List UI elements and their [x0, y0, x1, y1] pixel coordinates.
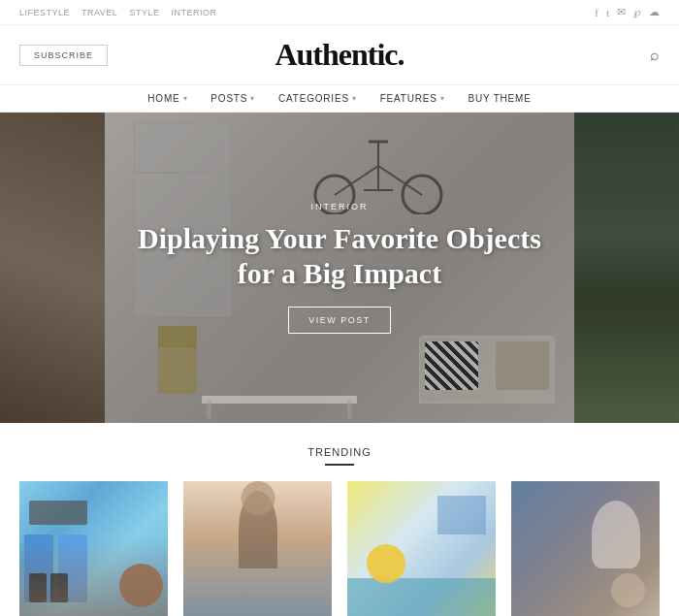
trending-grid: Style The Look: Perfect Balance Lifestyl…: [19, 481, 660, 616]
topbar-link-interior[interactable]: Interior: [171, 8, 216, 17]
nav-item-categories[interactable]: Categories ▾: [278, 93, 357, 104]
hero-main: Interior Diplaying Your Favorite Objects…: [105, 113, 574, 423]
chevron-down-icon: ▾: [183, 94, 188, 103]
trending-card-4[interactable]: Travel The Best Places to Visit in the U…: [511, 481, 660, 616]
topbar-link-style[interactable]: Style: [129, 8, 159, 17]
social-icons: f t ✉ ℘ ☁: [595, 6, 660, 18]
header-left: Subscribe: [19, 45, 116, 66]
chevron-down-icon: ▾: [440, 94, 445, 103]
site-title: Authentic.: [116, 37, 563, 73]
card-image-interior: [347, 481, 496, 616]
trending-label: Trending: [19, 446, 660, 458]
main-nav: Home ▾ Posts ▾ Categories ▾ Features ▾ B…: [0, 84, 679, 113]
nav-item-home[interactable]: Home ▾: [147, 93, 187, 104]
header: Subscribe Authentic. ⌕: [0, 25, 679, 84]
hero-title: Diplaying Your Favorite Objects for a Bi…: [124, 221, 555, 291]
header-right: ⌕: [563, 47, 660, 64]
hero-side-left: [0, 113, 105, 423]
topbar-link-travel[interactable]: Travel: [81, 8, 117, 17]
trending-divider: [325, 464, 354, 466]
top-bar: Lifestyle Travel Style Interior f t ✉ ℘ …: [0, 0, 679, 25]
subscribe-button[interactable]: Subscribe: [19, 45, 108, 66]
trending-card-1[interactable]: Style The Look: Perfect Balance: [19, 481, 168, 616]
pinterest-icon[interactable]: ℘: [633, 6, 641, 18]
nav-item-features[interactable]: Features ▾: [380, 93, 445, 104]
top-bar-nav: Lifestyle Travel Style Interior: [19, 8, 216, 17]
hero-category-label: Interior: [310, 202, 368, 211]
nav-item-buy-theme[interactable]: Buy Theme: [469, 93, 532, 104]
card-image-style: [19, 481, 168, 616]
hero-content: Interior Diplaying Your Favorite Objects…: [105, 113, 574, 423]
trending-section: Trending Style The Look: Perfect Balance: [0, 423, 679, 616]
hero-slider: Interior Diplaying Your Favorite Objects…: [0, 113, 679, 423]
hero-side-right: [574, 113, 679, 423]
topbar-link-lifestyle[interactable]: Lifestyle: [19, 8, 70, 17]
nav-item-posts[interactable]: Posts ▾: [210, 93, 255, 104]
trending-header: Trending: [19, 446, 660, 466]
hero-view-post-button[interactable]: View Post: [288, 307, 391, 334]
card-image-travel: [511, 481, 660, 616]
trending-card-2[interactable]: Lifestyle Exclusive: Get a First Look at…: [183, 481, 332, 616]
twitter-icon[interactable]: t: [606, 7, 609, 18]
facebook-icon[interactable]: f: [595, 7, 598, 18]
chevron-down-icon: ▾: [352, 94, 357, 103]
cloud-icon[interactable]: ☁: [649, 6, 660, 18]
chevron-down-icon: ▾: [250, 94, 255, 103]
email-icon[interactable]: ✉: [617, 6, 626, 18]
trending-card-3[interactable]: Interior 13 Bedrooms with Brilliant Ligh…: [347, 481, 496, 616]
search-icon[interactable]: ⌕: [650, 47, 660, 64]
card-image-lifestyle: [183, 481, 332, 616]
